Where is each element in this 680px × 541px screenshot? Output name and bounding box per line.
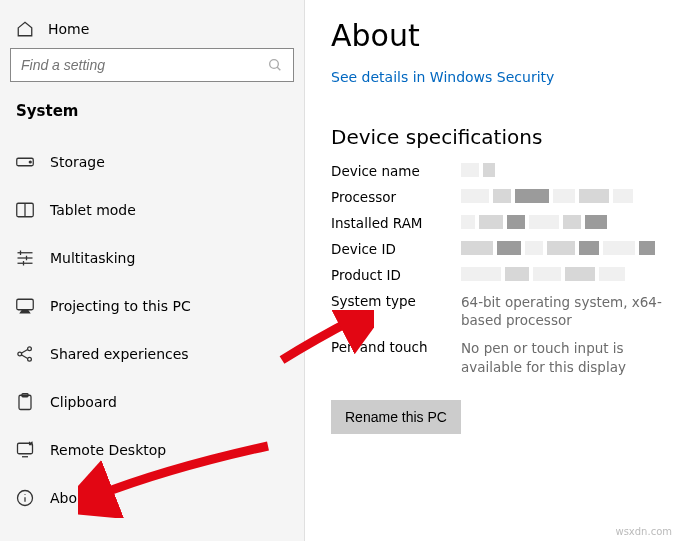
spec-value-ram: [461, 215, 670, 229]
spec-value-device-id: [461, 241, 670, 255]
nav-item-storage[interactable]: Storage: [0, 138, 304, 186]
page-title: About: [331, 18, 670, 53]
watermark: wsxdn.com: [615, 526, 672, 537]
nav-item-clipboard[interactable]: Clipboard: [0, 378, 304, 426]
section-header: System: [0, 92, 304, 128]
svg-rect-18: [19, 395, 31, 409]
home-label: Home: [48, 21, 89, 37]
rename-button[interactable]: Rename this PC: [331, 400, 461, 434]
nav-label: Shared experiences: [50, 346, 189, 362]
nav-label: Tablet mode: [50, 202, 136, 218]
nav-item-tablet[interactable]: Tablet mode: [0, 186, 304, 234]
multitask-icon: [16, 249, 34, 267]
spec-value-device-name: [461, 163, 670, 177]
nav-label: Storage: [50, 154, 105, 170]
spec-value-product-id: [461, 267, 670, 281]
search-box[interactable]: [10, 48, 294, 82]
spec-label-product-id: Product ID: [331, 267, 461, 283]
nav-item-projecting[interactable]: Projecting to this PC: [0, 282, 304, 330]
svg-line-17: [21, 355, 27, 359]
about-icon: [16, 489, 34, 507]
main-panel: About See details in Windows Security De…: [305, 0, 680, 541]
home-icon: [16, 20, 34, 38]
spec-label-device-id: Device ID: [331, 241, 461, 257]
svg-line-16: [21, 350, 27, 354]
sidebar: Home System Storage Tablet: [0, 0, 305, 541]
svg-rect-12: [17, 299, 34, 310]
search-input[interactable]: [21, 57, 267, 73]
nav-item-remote[interactable]: Remote Desktop: [0, 426, 304, 474]
storage-icon: [16, 153, 34, 171]
spec-label-device-name: Device name: [331, 163, 461, 179]
tablet-icon: [16, 201, 34, 219]
security-link[interactable]: See details in Windows Security: [331, 69, 670, 85]
svg-point-14: [28, 347, 32, 351]
nav-item-about[interactable]: About: [0, 474, 304, 522]
home-button[interactable]: Home: [0, 14, 304, 48]
projecting-icon: [16, 297, 34, 315]
nav-label: Multitasking: [50, 250, 135, 266]
nav-label: Clipboard: [50, 394, 117, 410]
spec-label-pen: Pen and touch: [331, 339, 461, 355]
svg-point-3: [29, 161, 31, 163]
svg-line-1: [277, 67, 280, 70]
nav-item-multitask[interactable]: Multitasking: [0, 234, 304, 282]
nav-list: Storage Tablet mode Multitasking Project…: [0, 128, 304, 522]
subheader: Device specifications: [331, 125, 670, 149]
nav-label: About: [50, 490, 91, 506]
nav-label: Projecting to this PC: [50, 298, 191, 314]
shared-icon: [16, 345, 34, 363]
search-icon: [267, 57, 283, 73]
svg-point-15: [28, 357, 32, 361]
spec-value-pen: No pen or touch input is available for t…: [461, 339, 670, 375]
spec-value-system-type: 64-bit operating system, x64-based proce…: [461, 293, 670, 329]
clipboard-icon: [16, 393, 34, 411]
spec-label-system-type: System type: [331, 293, 461, 309]
spec-label-processor: Processor: [331, 189, 461, 205]
remote-icon: [16, 441, 34, 459]
spec-label-ram: Installed RAM: [331, 215, 461, 231]
nav-label: Remote Desktop: [50, 442, 166, 458]
nav-item-shared[interactable]: Shared experiences: [0, 330, 304, 378]
spec-value-processor: [461, 189, 670, 203]
